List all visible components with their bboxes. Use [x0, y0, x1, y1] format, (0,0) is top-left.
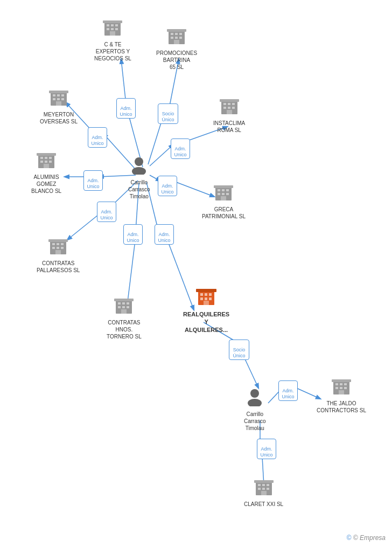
- svg-rect-83: [57, 243, 59, 245]
- building-icon-instaclima: [220, 96, 239, 119]
- svg-rect-61: [37, 153, 56, 156]
- svg-rect-34: [167, 29, 186, 32]
- svg-rect-67: [49, 161, 52, 163]
- svg-rect-32: [110, 31, 115, 36]
- svg-rect-38: [171, 37, 173, 39]
- svg-rect-46: [61, 94, 64, 96]
- node-c-te: C & TE EXPERTOS Y NEGOCIOS SL: [94, 17, 131, 62]
- svg-rect-31: [115, 28, 118, 30]
- label-aluminis: ALUMINIS GOMEZ BLANCO SL: [31, 174, 61, 195]
- svg-rect-36: [175, 33, 178, 35]
- svg-rect-39: [175, 37, 178, 39]
- svg-rect-102: [209, 293, 212, 296]
- building-icon-contratas-torn: [114, 295, 134, 318]
- svg-rect-104: [205, 297, 207, 300]
- label-promociones: PROMOCIONES BARTRINA 65 SL: [156, 50, 197, 71]
- badge-adm-1: Adm. Unico: [116, 98, 136, 119]
- svg-point-69: [135, 157, 143, 166]
- svg-rect-77: [222, 193, 225, 195]
- svg-rect-40: [179, 37, 182, 39]
- svg-rect-125: [267, 488, 269, 490]
- svg-point-108: [248, 399, 262, 406]
- svg-rect-29: [107, 28, 109, 30]
- label-contratas-pal: CONTRATAS PALLARESOS SL: [37, 260, 80, 274]
- svg-line-6: [150, 144, 173, 166]
- label-c-te: C & TE EXPERTOS Y NEGOCIOS SL: [94, 41, 131, 62]
- svg-rect-119: [254, 480, 274, 483]
- svg-rect-26: [107, 24, 109, 26]
- label-greca: GRECA PATRIMONIAL SL: [202, 206, 246, 220]
- node-promociones: PROMOCIONES BARTRINA 65 SL: [156, 26, 197, 71]
- svg-rect-99: [196, 289, 216, 292]
- svg-rect-87: [61, 247, 64, 249]
- svg-rect-44: [53, 94, 55, 96]
- svg-rect-49: [61, 98, 64, 100]
- svg-rect-113: [344, 383, 347, 385]
- building-icon-promociones: [167, 26, 186, 49]
- svg-rect-123: [258, 488, 261, 490]
- badge-adm-7: Adm. Unico: [97, 202, 116, 222]
- svg-rect-58: [232, 107, 235, 109]
- svg-point-107: [250, 389, 259, 398]
- label-contratas-torn: CONTRATAS HNOS. TORNERO SL: [107, 319, 142, 340]
- svg-rect-63: [45, 157, 47, 159]
- building-icon-c-te: [103, 17, 122, 40]
- svg-rect-120: [258, 484, 261, 486]
- svg-rect-126: [261, 491, 267, 495]
- svg-rect-73: [218, 189, 220, 191]
- badge-adm-9: Adm. Unico: [155, 224, 174, 245]
- svg-rect-47: [53, 98, 55, 100]
- svg-rect-100: [200, 293, 203, 296]
- badge-adm-4: Adm. Unico: [171, 139, 190, 159]
- badge-socio-1: Socio Único: [158, 103, 178, 124]
- svg-rect-124: [262, 488, 265, 490]
- svg-rect-121: [262, 484, 265, 486]
- building-icon-contratas-pal: [48, 236, 68, 259]
- node-claret: CLARET XXI SL: [244, 477, 283, 508]
- svg-rect-94: [118, 306, 121, 308]
- svg-rect-62: [40, 157, 43, 159]
- svg-rect-25: [103, 20, 122, 23]
- person-icon-carrillo2: [245, 387, 264, 410]
- node-greca: GRECA PATRIMONIAL SL: [202, 182, 246, 220]
- svg-rect-85: [52, 247, 55, 249]
- building-icon-realquileres: [196, 286, 216, 309]
- svg-rect-41: [174, 40, 179, 44]
- node-carrillo1: Carrillo Carrasco Timolao: [128, 155, 150, 200]
- building-icon-greca: [214, 182, 233, 205]
- svg-rect-30: [111, 28, 114, 30]
- svg-rect-35: [171, 33, 173, 35]
- svg-rect-37: [179, 33, 182, 35]
- svg-rect-97: [121, 309, 127, 314]
- node-meyerton: MEYERTON OVERSEAS SL: [40, 87, 78, 125]
- svg-rect-52: [220, 99, 239, 102]
- svg-rect-88: [55, 250, 61, 254]
- node-contratas-torn: CONTRATAS HNOS. TORNERO SL: [107, 295, 142, 340]
- svg-rect-101: [205, 293, 207, 296]
- svg-rect-72: [214, 185, 233, 188]
- svg-rect-111: [335, 383, 338, 385]
- svg-rect-105: [209, 297, 212, 300]
- badge-adm-5: Adm. Unico: [83, 170, 103, 191]
- svg-rect-54: [228, 103, 230, 105]
- svg-rect-59: [227, 110, 232, 114]
- svg-rect-56: [223, 107, 226, 109]
- svg-rect-75: [226, 189, 229, 191]
- svg-rect-122: [267, 484, 269, 486]
- svg-rect-43: [49, 91, 68, 93]
- label-carrillo2: Carrillo Carrasco Timolau: [244, 411, 266, 432]
- svg-rect-57: [228, 107, 230, 109]
- svg-rect-93: [127, 302, 129, 304]
- svg-rect-45: [57, 94, 60, 96]
- node-carrillo2: Carrillo Carrasco Timolau: [244, 387, 266, 432]
- svg-rect-27: [111, 24, 114, 26]
- svg-rect-96: [127, 306, 129, 308]
- svg-rect-114: [335, 387, 338, 389]
- svg-rect-115: [340, 387, 342, 389]
- svg-rect-92: [122, 302, 125, 304]
- badge-adm-8: Adm. Unico: [123, 224, 143, 245]
- person-icon-carrillo1: [129, 155, 149, 178]
- node-jaldo: THE JALDO CONTRACTORS SL: [317, 376, 366, 414]
- label-carrillo1: Carrillo Carrasco Timolao: [128, 179, 150, 200]
- node-contratas-pal: CONTRATAS PALLARESOS SL: [37, 236, 80, 274]
